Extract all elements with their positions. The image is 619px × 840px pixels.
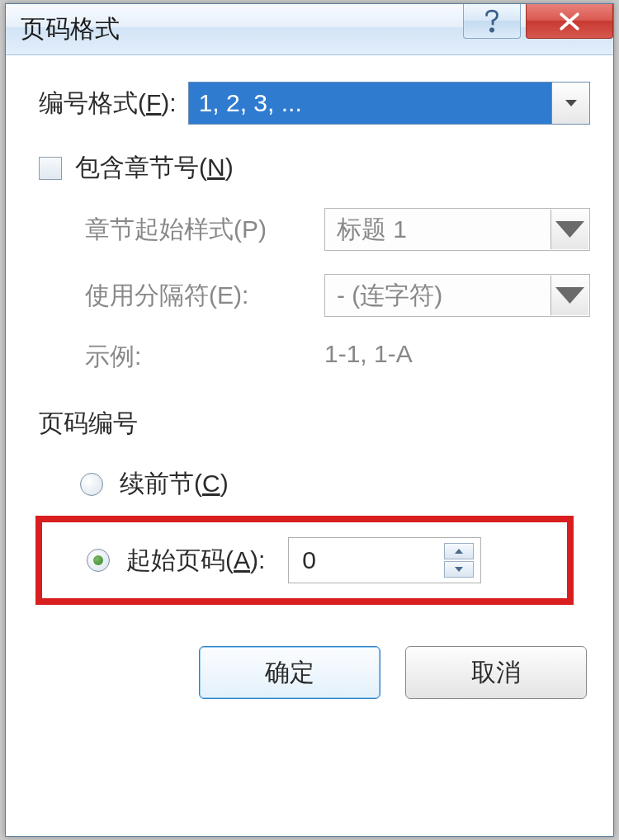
separator-label: 使用分隔符(E):: [85, 279, 324, 313]
separator-value: - (连字符): [337, 279, 442, 313]
chapter-start-dropdown-button[interactable]: [550, 210, 588, 249]
include-chapter-label: 包含章节号(N): [75, 151, 234, 185]
continue-radio[interactable]: [80, 473, 103, 496]
spin-down-button[interactable]: [444, 561, 474, 578]
chevron-down-icon: [564, 98, 579, 108]
chevron-up-icon: [454, 548, 464, 554]
close-button[interactable]: [526, 4, 613, 39]
chevron-down-icon: [551, 217, 588, 242]
dialog-title: 页码格式: [21, 12, 463, 46]
example-value: 1-1, 1-A: [324, 340, 413, 374]
separator-dropdown-button[interactable]: [550, 276, 588, 315]
ok-button[interactable]: 确定: [199, 646, 380, 699]
highlight-box: 起始页码(A): 0: [35, 516, 574, 605]
help-button[interactable]: [463, 4, 521, 39]
example-label: 示例:: [85, 340, 324, 374]
help-icon: [483, 9, 501, 34]
number-format-label: 编号格式(F):: [39, 87, 177, 120]
include-chapter-checkbox[interactable]: [39, 157, 62, 180]
start-at-value: 0: [289, 546, 316, 574]
titlebar[interactable]: 页码格式: [6, 4, 613, 55]
chapter-start-value: 标题 1: [337, 213, 407, 247]
continue-label: 续前节(C): [120, 467, 229, 501]
start-at-radio[interactable]: [87, 549, 110, 572]
start-at-label: 起始页码(A):: [126, 544, 265, 578]
spin-up-button[interactable]: [444, 543, 474, 559]
number-format-value: 1, 2, 3, ...: [189, 83, 551, 124]
page-number-format-dialog: 页码格式 编号格式(F): 1, 2, 3, ...: [5, 3, 614, 837]
number-format-dropdown-button[interactable]: [551, 83, 589, 124]
chapter-start-label: 章节起始样式(P): [85, 213, 324, 247]
close-icon: [555, 11, 584, 32]
chevron-down-icon: [454, 566, 464, 573]
separator-select[interactable]: - (连字符): [324, 274, 590, 317]
start-at-input[interactable]: 0: [288, 537, 481, 583]
chapter-start-select[interactable]: 标题 1: [324, 208, 590, 251]
chevron-down-icon: [551, 283, 588, 308]
number-format-select[interactable]: 1, 2, 3, ...: [188, 82, 590, 125]
cancel-button[interactable]: 取消: [405, 646, 587, 699]
page-numbering-group-label: 页码编号: [39, 407, 590, 441]
